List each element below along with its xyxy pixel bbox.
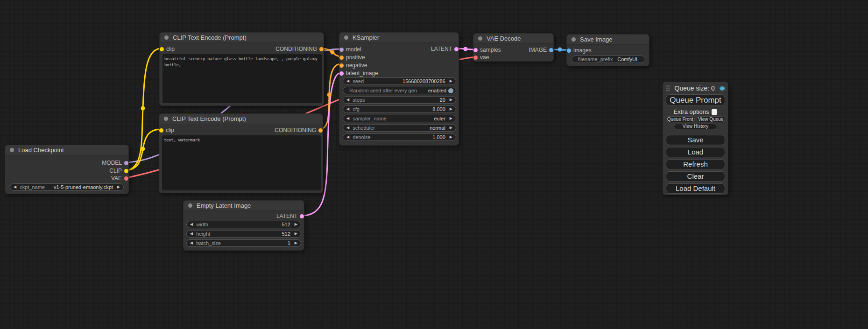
extra-options-checkbox[interactable] xyxy=(712,109,717,115)
node-title-bar[interactable]: CLIP Text Encode (Prompt) xyxy=(160,33,324,43)
node-title-bar[interactable]: KSampler xyxy=(339,33,459,43)
increment-arrow-icon[interactable]: ▶ xyxy=(450,117,452,120)
ksampler-latent-output[interactable]: LATENT xyxy=(431,46,459,52)
prompt-textarea[interactable]: text, watermark xyxy=(162,135,321,190)
queue-prompt-button[interactable]: Queue Prompt xyxy=(666,94,725,106)
latent-port-icon[interactable] xyxy=(454,47,459,51)
refresh-button[interactable]: Refresh xyxy=(666,159,725,169)
clip-port-icon[interactable] xyxy=(124,169,128,173)
cfg-widget[interactable]: ◀ cfg 8.000 ▶ xyxy=(343,105,456,113)
load-default-button[interactable]: Load Default xyxy=(666,183,725,194)
decrement-arrow-icon[interactable]: ◀ xyxy=(190,223,193,226)
prompt-textarea[interactable]: beautiful scenery nature glass bottle la… xyxy=(162,54,322,103)
link-midpoint-dot[interactable] xyxy=(464,47,468,51)
node-save-image[interactable]: Save Image images filename_prefix ComfyU… xyxy=(566,34,649,66)
increment-arrow-icon[interactable]: ▶ xyxy=(117,185,120,189)
vae-port-icon[interactable] xyxy=(473,56,478,60)
latent-port-icon[interactable] xyxy=(473,48,478,52)
seed-widget[interactable]: ◀ seed 156680208700286 ▶ xyxy=(343,77,456,85)
node-title-bar[interactable]: Save Image xyxy=(567,35,649,45)
decrement-arrow-icon[interactable]: ◀ xyxy=(346,107,349,111)
random-seed-toggle-widget[interactable]: Random seed after every gen enabled xyxy=(343,87,456,94)
vae-port-icon[interactable] xyxy=(124,176,128,181)
decrement-arrow-icon[interactable]: ◀ xyxy=(346,135,349,139)
collapse-dot-icon[interactable] xyxy=(188,203,192,208)
ksampler-latent-image-input[interactable]: latent_image xyxy=(339,70,378,77)
node-ksampler[interactable]: KSampler model positive negative latent_… xyxy=(339,32,459,146)
increment-arrow-icon[interactable]: ▶ xyxy=(295,232,297,236)
model-port-icon[interactable] xyxy=(124,161,128,165)
conditioning-port-icon[interactable] xyxy=(318,128,323,133)
model-port-icon[interactable] xyxy=(339,48,344,52)
image-port-icon[interactable] xyxy=(567,49,571,53)
decrement-arrow-icon[interactable]: ◀ xyxy=(346,126,349,130)
node-title-bar[interactable]: VAE Decode xyxy=(473,34,553,44)
queue-front-button[interactable]: Queue Front xyxy=(666,116,695,122)
clear-button[interactable]: Clear xyxy=(666,171,725,182)
collapse-dot-icon[interactable] xyxy=(572,37,576,42)
toggle-on-icon[interactable] xyxy=(448,88,453,93)
node-title-bar[interactable]: Load Checkpoint xyxy=(5,145,128,155)
save-image-images-input[interactable]: images xyxy=(567,47,592,54)
ckpt-name-widget[interactable]: ◀ ckpt_name v1-5-pruned-emaonly.ckpt ▶ xyxy=(10,183,124,191)
increment-arrow-icon[interactable]: ▶ xyxy=(450,107,452,111)
vae-decode-samples-input[interactable]: samples xyxy=(473,47,501,53)
width-widget[interactable]: ◀ width 512 ▶ xyxy=(186,221,301,228)
node-empty-latent-image[interactable]: Empty Latent Image LATENT ◀ width 512 ▶ … xyxy=(183,200,304,251)
load-checkpoint-clip-output[interactable]: CLIP xyxy=(109,168,128,174)
collapse-dot-icon[interactable] xyxy=(478,36,482,41)
clip-port-icon[interactable] xyxy=(160,47,164,51)
latent-port-icon[interactable] xyxy=(339,71,344,76)
load-button[interactable]: Load xyxy=(666,147,725,157)
collapse-dot-icon[interactable] xyxy=(10,148,14,152)
link-midpoint-dot[interactable] xyxy=(141,147,145,151)
view-history-button[interactable]: View History xyxy=(674,124,718,129)
node-graph-canvas[interactable]: Load Checkpoint MODEL CLIP VAE ◀ ckpt_na… xyxy=(0,0,868,329)
denoise-widget[interactable]: ◀ denoise 1.000 ▶ xyxy=(343,133,456,141)
scheduler-widget[interactable]: ◀ scheduler normal ▶ xyxy=(343,124,456,132)
vae-decode-vae-input[interactable]: vae xyxy=(473,54,489,61)
conditioning-port-icon[interactable] xyxy=(339,63,344,68)
node-title-bar[interactable]: Empty Latent Image xyxy=(183,201,304,211)
collapse-dot-icon[interactable] xyxy=(164,117,168,121)
node-vae-decode[interactable]: VAE Decode samples vae IMAGE xyxy=(473,33,554,62)
load-checkpoint-vae-output[interactable]: VAE xyxy=(111,175,128,182)
empty-latent-latent-output[interactable]: LATENT xyxy=(276,213,304,219)
view-queue-button[interactable]: View Queue xyxy=(697,116,726,122)
save-button[interactable]: Save xyxy=(666,135,725,145)
node-load-checkpoint[interactable]: Load Checkpoint MODEL CLIP VAE ◀ ckpt_na… xyxy=(5,145,129,194)
increment-arrow-icon[interactable]: ▶ xyxy=(450,135,452,139)
decrement-arrow-icon[interactable]: ◀ xyxy=(346,98,349,102)
collapse-dot-icon[interactable] xyxy=(164,35,169,40)
sampler-name-widget[interactable]: ◀ sampler_name euler ▶ xyxy=(343,115,456,122)
vae-decode-image-output[interactable]: IMAGE xyxy=(529,47,553,53)
decrement-arrow-icon[interactable]: ◀ xyxy=(14,185,16,189)
increment-arrow-icon[interactable]: ▶ xyxy=(295,241,297,245)
clip-positive-clip-input[interactable]: clip xyxy=(160,46,175,52)
conditioning-port-icon[interactable] xyxy=(319,47,324,51)
height-widget[interactable]: ◀ height 512 ▶ xyxy=(186,230,301,238)
conditioning-port-icon[interactable] xyxy=(339,56,344,60)
ksampler-negative-input[interactable]: negative xyxy=(339,62,367,69)
link-midpoint-dot[interactable] xyxy=(327,93,332,97)
increment-arrow-icon[interactable]: ▶ xyxy=(450,126,452,130)
ksampler-positive-input[interactable]: positive xyxy=(339,54,365,61)
link-midpoint-dot[interactable] xyxy=(331,50,335,55)
latent-port-icon[interactable] xyxy=(300,214,304,218)
decrement-arrow-icon[interactable]: ◀ xyxy=(190,241,193,245)
decrement-arrow-icon[interactable]: ◀ xyxy=(346,117,349,120)
settings-gear-icon[interactable]: ✺ xyxy=(719,85,725,92)
increment-arrow-icon[interactable]: ▶ xyxy=(450,98,452,102)
increment-arrow-icon[interactable]: ▶ xyxy=(450,79,452,83)
node-clip-text-encode-positive[interactable]: CLIP Text Encode (Prompt) clip CONDITION… xyxy=(159,32,324,106)
increment-arrow-icon[interactable]: ▶ xyxy=(295,223,297,226)
link-midpoint-dot[interactable] xyxy=(558,48,562,52)
batch-size-widget[interactable]: ◀ batch_size 1 ▶ xyxy=(186,239,301,247)
decrement-arrow-icon[interactable]: ◀ xyxy=(346,79,349,83)
clip-negative-conditioning-output[interactable]: CONDITIONING xyxy=(275,127,323,133)
link-midpoint-dot[interactable] xyxy=(141,106,145,111)
node-title-bar[interactable]: CLIP Text Encode (Prompt) xyxy=(159,114,323,124)
collapse-dot-icon[interactable] xyxy=(344,35,348,40)
clip-port-icon[interactable] xyxy=(159,128,163,133)
node-clip-text-encode-negative[interactable]: CLIP Text Encode (Prompt) clip CONDITION… xyxy=(159,113,323,193)
